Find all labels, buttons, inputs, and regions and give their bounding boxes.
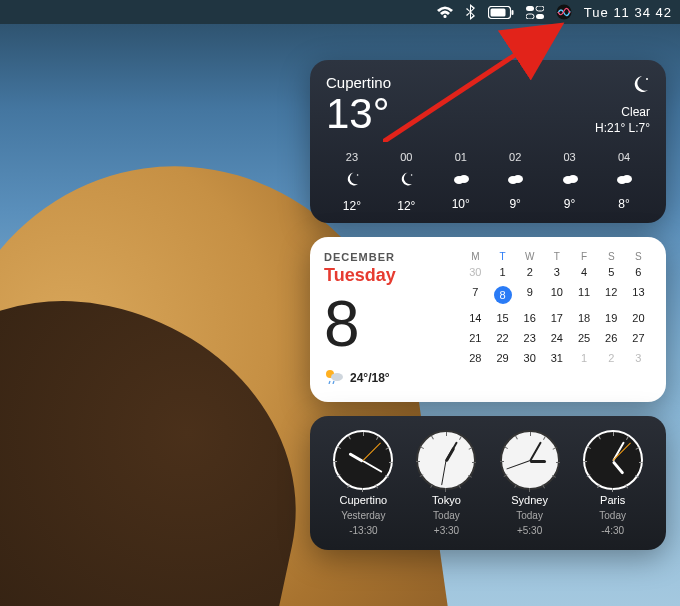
weather-city: Cupertino [326, 74, 391, 91]
calendar-cell[interactable]: 1 [489, 266, 516, 278]
control-panel-icon[interactable] [526, 6, 544, 19]
calendar-cell[interactable]: 29 [489, 352, 516, 364]
calendar-cell[interactable]: 18 [570, 312, 597, 324]
calendar-cell[interactable]: 10 [543, 286, 570, 304]
menubar-time[interactable]: Tue 11 34 42 [584, 5, 672, 20]
battery-icon[interactable] [488, 6, 514, 19]
calendar-cell[interactable]: 2 [598, 352, 625, 364]
calendar-cell[interactable]: 11 [570, 286, 597, 304]
calendar-grid: 3012345678910111213141516171819202122232… [462, 266, 652, 364]
forecast-hour: 029° [489, 151, 541, 213]
moon-icon [398, 171, 414, 191]
cloud-icon [561, 171, 579, 189]
svg-point-15 [513, 175, 523, 183]
calendar-cell[interactable]: 20 [625, 312, 652, 324]
clock-sydney: SydneyToday+5:30 [490, 430, 569, 536]
clock-face-icon [333, 430, 393, 490]
calendar-month: DECEMBER [324, 251, 395, 263]
calendar-mini-weather: 24°/18° [350, 371, 390, 385]
svg-point-11 [411, 174, 413, 176]
svg-rect-5 [526, 14, 534, 19]
weather-temp: 13° [326, 93, 391, 135]
calendar-cell[interactable]: 14 [462, 312, 489, 324]
moon-icon [344, 171, 360, 191]
calendar-date: 8 [324, 292, 360, 356]
hourly-forecast: 2312°0012°0110°029°039°048° [326, 151, 650, 213]
svg-rect-4 [536, 6, 544, 11]
calendar-cell[interactable]: 30 [516, 352, 543, 364]
calendar-cell[interactable]: 7 [462, 286, 489, 304]
moon-icon [630, 74, 650, 99]
clock-face-icon [416, 430, 476, 490]
calendar-cell[interactable]: 17 [543, 312, 570, 324]
calendar-cell[interactable]: 13 [625, 286, 652, 304]
calendar-cell[interactable]: 27 [625, 332, 652, 344]
calendar-cell[interactable]: 31 [543, 352, 570, 364]
calendar-cell[interactable]: 8 [494, 286, 512, 304]
calendar-dow: MTWTFSS [462, 251, 652, 262]
bluetooth-icon[interactable] [466, 4, 476, 20]
calendar-cell[interactable]: 24 [543, 332, 570, 344]
calendar-cell[interactable]: 9 [516, 286, 543, 304]
calendar-cell[interactable]: 22 [489, 332, 516, 344]
calendar-cell[interactable]: 25 [570, 332, 597, 344]
forecast-hour: 048° [598, 151, 650, 213]
forecast-hour: 039° [544, 151, 596, 213]
svg-point-13 [459, 175, 469, 183]
cloud-icon [615, 171, 633, 189]
cloud-icon [506, 171, 524, 189]
calendar-cell[interactable]: 6 [625, 266, 652, 278]
weather-hilo: H:21° L:7° [595, 121, 650, 135]
clock-face-icon [500, 430, 560, 490]
wifi-icon[interactable] [436, 6, 454, 19]
svg-rect-1 [511, 10, 513, 15]
cloud-icon [452, 171, 470, 189]
calendar-cell[interactable]: 15 [489, 312, 516, 324]
calendar-cell[interactable]: 23 [516, 332, 543, 344]
calendar-cell[interactable]: 19 [598, 312, 625, 324]
calendar-cell[interactable]: 3 [625, 352, 652, 364]
svg-rect-3 [526, 6, 534, 11]
calendar-cell[interactable]: 5 [598, 266, 625, 278]
svg-line-8 [383, 28, 556, 142]
world-clock-widget[interactable]: CupertinoYesterday-13:30TokyoToday+3:30S… [310, 416, 666, 550]
svg-point-17 [568, 175, 578, 183]
clock-paris: ParisToday-4:30 [573, 430, 652, 536]
forecast-hour: 2312° [326, 151, 378, 213]
clock-tokyo: TokyoToday+3:30 [407, 430, 486, 536]
svg-point-10 [357, 174, 359, 176]
menubar: Tue 11 34 42 [0, 0, 680, 24]
clock-cupertino: CupertinoYesterday-13:30 [324, 430, 403, 536]
weather-condition: Clear [621, 105, 650, 119]
calendar-cell[interactable]: 1 [570, 352, 597, 364]
calendar-cell[interactable]: 30 [462, 266, 489, 278]
calendar-cell[interactable]: 4 [570, 266, 597, 278]
siri-icon[interactable] [556, 4, 572, 20]
calendar-cell[interactable]: 3 [543, 266, 570, 278]
svg-rect-6 [536, 14, 544, 19]
calendar-cell[interactable]: 2 [516, 266, 543, 278]
calendar-cell[interactable]: 12 [598, 286, 625, 304]
svg-rect-2 [490, 8, 505, 16]
calendar-cell[interactable]: 21 [462, 332, 489, 344]
sun-cloud-icon [324, 368, 344, 388]
calendar-cell[interactable]: 16 [516, 312, 543, 324]
forecast-hour: 0110° [435, 151, 487, 213]
svg-point-21 [331, 373, 343, 381]
svg-point-9 [646, 78, 648, 80]
calendar-widget[interactable]: DECEMBER Tuesday 8 24°/18° MTWTFSS 30123… [310, 237, 666, 402]
forecast-hour: 0012° [380, 151, 432, 213]
svg-point-19 [622, 175, 632, 183]
calendar-dayname: Tuesday [324, 265, 396, 286]
annotation-arrow [383, 22, 583, 142]
clock-face-icon [583, 430, 643, 490]
calendar-cell[interactable]: 26 [598, 332, 625, 344]
calendar-cell[interactable]: 28 [462, 352, 489, 364]
